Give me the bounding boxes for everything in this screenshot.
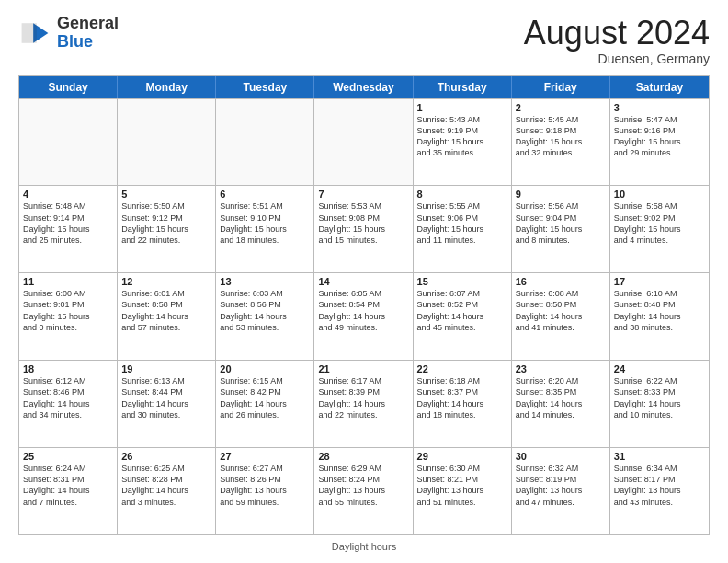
day-info: Sunrise: 5:48 AM Sunset: 9:14 PM Dayligh… <box>23 201 113 246</box>
day-number: 1 <box>417 102 507 113</box>
cal-cell: 24Sunrise: 6:22 AM Sunset: 8:33 PM Dayli… <box>610 361 709 447</box>
day-number: 10 <box>614 189 705 200</box>
page: G General Blue August 2024 Duensen, Germ… <box>0 0 728 563</box>
cal-cell: 7Sunrise: 5:53 AM Sunset: 9:08 PM Daylig… <box>314 186 413 272</box>
day-info: Sunrise: 6:18 AM Sunset: 8:37 PM Dayligh… <box>417 375 507 420</box>
day-info: Sunrise: 5:50 AM Sunset: 9:12 PM Dayligh… <box>121 201 211 246</box>
cal-cell: 3Sunrise: 5:47 AM Sunset: 9:16 PM Daylig… <box>610 99 709 186</box>
day-number: 13 <box>220 276 310 287</box>
day-info: Sunrise: 6:05 AM Sunset: 8:54 PM Dayligh… <box>318 288 408 333</box>
day-info: Sunrise: 5:58 AM Sunset: 9:02 PM Dayligh… <box>614 201 705 246</box>
cal-row-3: 18Sunrise: 6:12 AM Sunset: 8:46 PM Dayli… <box>19 360 709 447</box>
cal-cell <box>314 99 413 186</box>
cal-row-2: 11Sunrise: 6:00 AM Sunset: 9:01 PM Dayli… <box>19 272 709 360</box>
cal-row-4: 25Sunrise: 6:24 AM Sunset: 8:31 PM Dayli… <box>19 447 709 534</box>
day-number: 29 <box>417 451 507 462</box>
cal-row-1: 4Sunrise: 5:48 AM Sunset: 9:14 PM Daylig… <box>19 185 709 272</box>
day-number: 26 <box>121 451 211 462</box>
day-number: 8 <box>417 189 507 200</box>
day-number: 24 <box>614 363 705 374</box>
cal-cell: 13Sunrise: 6:03 AM Sunset: 8:56 PM Dayli… <box>216 273 314 360</box>
cal-cell: 11Sunrise: 6:00 AM Sunset: 9:01 PM Dayli… <box>19 273 118 360</box>
month-title: August 2024 <box>524 15 710 52</box>
day-number: 15 <box>417 276 507 287</box>
logo-blue-text: Blue <box>57 32 93 51</box>
day-number: 3 <box>614 102 705 113</box>
cal-cell: 18Sunrise: 6:12 AM Sunset: 8:46 PM Dayli… <box>19 361 118 447</box>
day-number: 19 <box>121 363 211 374</box>
day-number: 6 <box>220 189 310 200</box>
day-info: Sunrise: 6:24 AM Sunset: 8:31 PM Dayligh… <box>23 463 113 508</box>
day-number: 30 <box>516 451 606 462</box>
cal-cell: 5Sunrise: 5:50 AM Sunset: 9:12 PM Daylig… <box>118 186 216 272</box>
logo-general-text: General <box>57 14 119 32</box>
cal-cell: 21Sunrise: 6:17 AM Sunset: 8:39 PM Dayli… <box>314 361 413 447</box>
cal-cell: 28Sunrise: 6:29 AM Sunset: 8:24 PM Dayli… <box>314 448 413 534</box>
cal-cell: 26Sunrise: 6:25 AM Sunset: 8:28 PM Dayli… <box>118 448 216 534</box>
day-number: 21 <box>318 363 408 374</box>
daylight-label: Daylight hours <box>332 541 396 552</box>
day-info: Sunrise: 5:51 AM Sunset: 9:10 PM Dayligh… <box>220 201 310 246</box>
day-info: Sunrise: 6:29 AM Sunset: 8:24 PM Dayligh… <box>318 463 408 508</box>
cal-cell: 12Sunrise: 6:01 AM Sunset: 8:58 PM Dayli… <box>118 273 216 360</box>
calendar: SundayMondayTuesdayWednesdayThursdayFrid… <box>18 75 710 535</box>
day-info: Sunrise: 6:25 AM Sunset: 8:28 PM Dayligh… <box>121 463 211 508</box>
day-info: Sunrise: 6:32 AM Sunset: 8:19 PM Dayligh… <box>516 463 606 508</box>
cal-cell <box>216 99 314 186</box>
cal-cell: 27Sunrise: 6:27 AM Sunset: 8:26 PM Dayli… <box>216 448 314 534</box>
day-number: 12 <box>121 276 211 287</box>
title-block: August 2024 Duensen, Germany <box>524 15 710 66</box>
day-number: 27 <box>220 451 310 462</box>
cal-cell: 23Sunrise: 6:20 AM Sunset: 8:35 PM Dayli… <box>512 361 610 447</box>
cal-header-cell-monday: Monday <box>118 76 216 98</box>
day-number: 17 <box>614 276 705 287</box>
day-info: Sunrise: 5:43 AM Sunset: 9:19 PM Dayligh… <box>417 114 507 159</box>
day-info: Sunrise: 6:12 AM Sunset: 8:46 PM Dayligh… <box>23 375 113 420</box>
day-info: Sunrise: 6:13 AM Sunset: 8:44 PM Dayligh… <box>121 375 211 420</box>
cal-cell: 15Sunrise: 6:07 AM Sunset: 8:52 PM Dayli… <box>414 273 512 360</box>
day-number: 28 <box>318 451 408 462</box>
day-number: 7 <box>318 189 408 200</box>
cal-cell: 17Sunrise: 6:10 AM Sunset: 8:48 PM Dayli… <box>610 273 709 360</box>
cal-cell <box>19 99 118 186</box>
cal-cell: 10Sunrise: 5:58 AM Sunset: 9:02 PM Dayli… <box>610 186 709 272</box>
day-info: Sunrise: 6:08 AM Sunset: 8:50 PM Dayligh… <box>516 288 606 333</box>
generalblue-logo-icon: G <box>18 17 51 50</box>
footer: Daylight hours <box>18 541 710 552</box>
cal-cell <box>118 99 216 186</box>
day-info: Sunrise: 6:01 AM Sunset: 8:58 PM Dayligh… <box>121 288 211 333</box>
cal-cell: 1Sunrise: 5:43 AM Sunset: 9:19 PM Daylig… <box>414 99 512 186</box>
day-info: Sunrise: 5:56 AM Sunset: 9:04 PM Dayligh… <box>516 201 606 246</box>
cal-cell: 31Sunrise: 6:34 AM Sunset: 8:17 PM Dayli… <box>610 448 709 534</box>
cal-cell: 9Sunrise: 5:56 AM Sunset: 9:04 PM Daylig… <box>512 186 610 272</box>
day-info: Sunrise: 6:17 AM Sunset: 8:39 PM Dayligh… <box>318 375 408 420</box>
day-number: 9 <box>516 189 606 200</box>
day-info: Sunrise: 6:15 AM Sunset: 8:42 PM Dayligh… <box>220 375 310 420</box>
day-info: Sunrise: 6:10 AM Sunset: 8:48 PM Dayligh… <box>614 288 705 333</box>
cal-header-cell-sunday: Sunday <box>19 76 118 98</box>
header: G General Blue August 2024 Duensen, Germ… <box>18 15 710 66</box>
day-info: Sunrise: 5:53 AM Sunset: 9:08 PM Dayligh… <box>318 201 408 246</box>
day-number: 23 <box>516 363 606 374</box>
svg-marker-1 <box>22 23 37 43</box>
cal-header-cell-saturday: Saturday <box>610 76 709 98</box>
cal-cell: 20Sunrise: 6:15 AM Sunset: 8:42 PM Dayli… <box>216 361 314 447</box>
day-number: 18 <box>23 363 113 374</box>
day-number: 31 <box>614 451 705 462</box>
day-info: Sunrise: 6:30 AM Sunset: 8:21 PM Dayligh… <box>417 463 507 508</box>
cal-header-cell-wednesday: Wednesday <box>314 76 413 98</box>
day-number: 20 <box>220 363 310 374</box>
day-info: Sunrise: 6:27 AM Sunset: 8:26 PM Dayligh… <box>220 463 310 508</box>
cal-row-0: 1Sunrise: 5:43 AM Sunset: 9:19 PM Daylig… <box>19 98 709 186</box>
day-info: Sunrise: 5:47 AM Sunset: 9:16 PM Dayligh… <box>614 114 705 159</box>
cal-cell: 2Sunrise: 5:45 AM Sunset: 9:18 PM Daylig… <box>512 99 610 186</box>
cal-header-cell-friday: Friday <box>512 76 610 98</box>
day-info: Sunrise: 6:07 AM Sunset: 8:52 PM Dayligh… <box>417 288 507 333</box>
logo: G General Blue <box>18 15 119 52</box>
cal-header-cell-tuesday: Tuesday <box>216 76 314 98</box>
cal-cell: 6Sunrise: 5:51 AM Sunset: 9:10 PM Daylig… <box>216 186 314 272</box>
day-number: 14 <box>318 276 408 287</box>
day-number: 22 <box>417 363 507 374</box>
day-number: 16 <box>516 276 606 287</box>
calendar-body: 1Sunrise: 5:43 AM Sunset: 9:19 PM Daylig… <box>19 98 709 534</box>
